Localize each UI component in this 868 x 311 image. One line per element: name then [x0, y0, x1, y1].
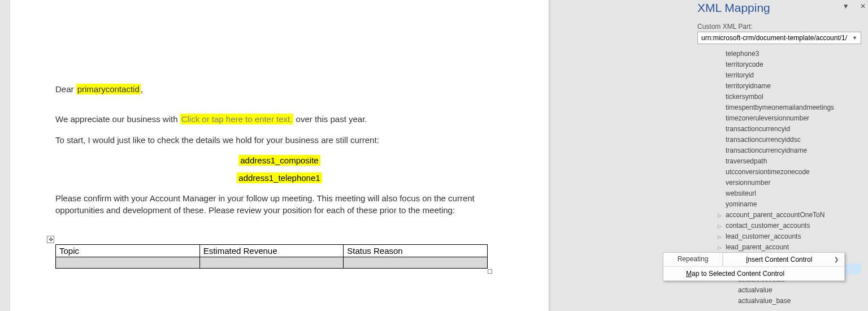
appreciation-text-b: over this past year.	[293, 114, 367, 124]
tree-item[interactable]: transactioncurrencyidname	[697, 145, 861, 156]
context-menu-header: Repeating	[663, 253, 723, 266]
map-to-selected-item[interactable]: Map to Selected Content Control	[663, 267, 844, 280]
tree-expander-icon[interactable]: ▷	[718, 232, 723, 242]
address-block: address1_composite address1_telephone1	[55, 152, 504, 187]
enter-text-placeholder[interactable]: Click or tap here to enter text.	[180, 114, 294, 124]
tree-item-label: transactioncurrencyiddsc	[726, 136, 801, 144]
greeting-prefix: Dear	[55, 84, 76, 94]
tree-item[interactable]: websiteurl	[697, 188, 861, 199]
insert-content-control-item[interactable]: Insert Content Control ❯	[723, 253, 844, 266]
appreciation-text-a: We appreciate our business with	[55, 114, 180, 124]
custom-xml-part-select[interactable]: urn:microsoft-crm/document-template/acco…	[697, 32, 861, 44]
tree-item[interactable]: versionnumber	[697, 178, 861, 188]
tree-item[interactable]: territorycode	[697, 59, 861, 70]
tree-item-label: yominame	[726, 200, 757, 208]
tree-item-label: transactioncurrencyidname	[726, 146, 807, 154]
confirm-paragraph[interactable]: Please confirm with your Account Manager…	[55, 192, 504, 216]
tree-item[interactable]: timezoneruleversionnumber	[697, 113, 861, 124]
tree-item[interactable]: ▷lead_parent_account	[697, 242, 861, 253]
tree-item-label: actualvalue_base	[738, 297, 791, 305]
context-menu: Repeating Insert Content Control ❯ Map t…	[663, 252, 845, 281]
tree-item[interactable]: yominame	[697, 199, 861, 210]
table-move-handle[interactable]: ✥	[47, 236, 54, 243]
table-header-row[interactable]: Topic Estimated Revenue Status Reason	[56, 245, 488, 257]
tree-item[interactable]: transactioncurrencyiddsc	[697, 135, 861, 145]
col-status-reason[interactable]: Status Reason	[344, 245, 488, 257]
document-page[interactable]: Dear primarycontactid, We appreciate our…	[10, 0, 549, 311]
tree-item-label: territorycode	[726, 61, 763, 68]
tree-item-label: contact_customer_accounts	[726, 222, 810, 230]
address-composite-field[interactable]: address1_composite	[238, 155, 320, 166]
tree-item-label: telephone3	[726, 50, 759, 58]
tree-item[interactable]: territoryidname	[697, 81, 861, 92]
submenu-arrow-icon: ❯	[834, 256, 839, 262]
tree-item[interactable]: transactioncurrencyid	[697, 124, 861, 135]
tree-expander-icon[interactable]: ▷	[718, 222, 723, 231]
document-area: Dear primarycontactid, We appreciate our…	[0, 0, 551, 311]
cell-status-reason[interactable]	[344, 257, 488, 269]
opportunity-table[interactable]: Topic Estimated Revenue Status Reason	[55, 244, 488, 269]
tree-item[interactable]: actualvalue	[697, 285, 861, 296]
tree-item[interactable]: utcconversiontimezonecode	[697, 167, 861, 178]
table-resize-handle[interactable]	[488, 269, 492, 274]
tree-item[interactable]: traversedpath	[697, 156, 861, 167]
tree-item-label: account_parent_accountOneToN	[726, 211, 824, 219]
tree-item-label: timezoneruleversionnumber	[726, 114, 809, 122]
greeting-comma: ,	[141, 84, 143, 94]
tree-item[interactable]: tickersymbol	[697, 92, 861, 102]
tree-item-label: utcconversiontimezonecode	[726, 168, 810, 176]
tree-item-label: versionnumber	[726, 179, 770, 187]
tree-item-label: actualvalue	[738, 286, 772, 294]
tree-item[interactable]: ▷contact_customer_accounts	[697, 221, 861, 231]
tree-expander-icon[interactable]: ▷	[718, 243, 723, 253]
panel-close-button[interactable]: ✕	[860, 2, 866, 10]
cell-topic[interactable]	[56, 257, 200, 269]
custom-xml-part-label: Custom XML Part:	[697, 23, 861, 31]
tree-item-label: transactioncurrencyid	[726, 125, 790, 133]
custom-xml-part-value: urn:microsoft-crm/document-template/acco…	[701, 34, 847, 42]
opportunity-table-wrapper: ✥ Topic Estimated Revenue Status Reason	[55, 244, 504, 269]
address-telephone-field[interactable]: address1_telephone1	[237, 172, 322, 183]
chevron-down-icon: ▼	[852, 35, 857, 41]
cell-estimated-revenue[interactable]	[199, 257, 344, 269]
tree-item[interactable]: ▷lead_customer_accounts	[697, 231, 861, 242]
appreciation-line[interactable]: We appreciate our business with Click or…	[55, 113, 504, 125]
tree-item-label: lead_parent_account	[726, 243, 789, 251]
tree-item-label: websiteurl	[726, 189, 756, 197]
tree-item[interactable]: telephone3	[697, 49, 861, 59]
greeting-line[interactable]: Dear primarycontactid,	[55, 83, 504, 95]
check-details-line[interactable]: To start, I would just like to check the…	[55, 134, 504, 146]
tree-item-label: timespentbymeonemailandmeetings	[726, 103, 834, 111]
panel-options-dropdown[interactable]: ▼	[843, 2, 849, 10]
col-estimated-revenue[interactable]: Estimated Revenue	[199, 245, 344, 257]
tree-item-label: territoryid	[726, 71, 754, 79]
tree-item[interactable]: actualvalue_base	[697, 296, 861, 306]
tree-item-label: lead_customer_accounts	[726, 232, 801, 240]
tree-item[interactable]: timespentbymeonemailandmeetings	[697, 102, 861, 113]
tree-item-label: tickersymbol	[726, 93, 763, 101]
tree-expander-icon[interactable]: ▷	[718, 211, 723, 221]
tree-item-label: territoryidname	[726, 82, 771, 90]
tree-item[interactable]: ▷account_parent_accountOneToN	[697, 210, 861, 221]
table-row[interactable]	[56, 257, 488, 269]
tree-item[interactable]: territoryid	[697, 70, 861, 81]
tree-item-label: traversedpath	[726, 157, 767, 165]
col-topic[interactable]: Topic	[56, 245, 200, 257]
primarycontactid-field[interactable]: primarycontactid	[76, 84, 141, 94]
panel-controls: ▼ ✕	[834, 2, 866, 10]
